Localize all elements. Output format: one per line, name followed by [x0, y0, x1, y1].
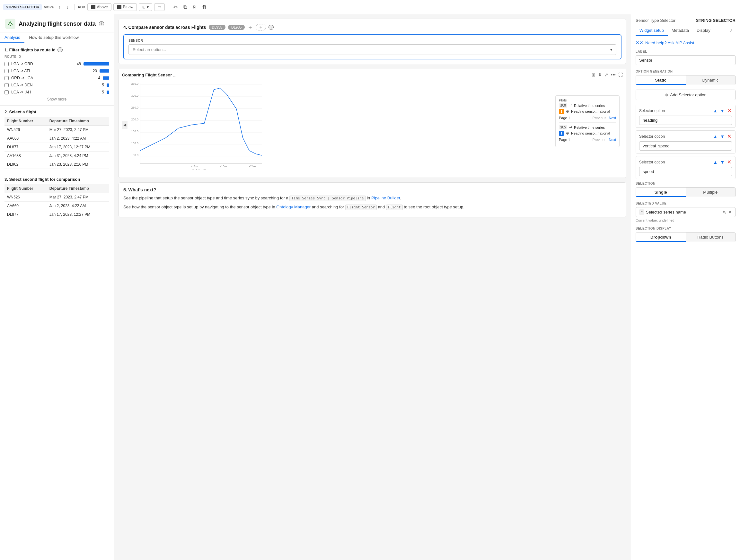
route-checkbox[interactable]	[4, 62, 9, 66]
move-option-up-button[interactable]: ▲	[712, 160, 718, 165]
legend-nav-1: Page 1 Previous Next	[559, 116, 616, 120]
option-value-input[interactable]	[639, 141, 732, 151]
add-flight-button-2[interactable]: ＋	[256, 24, 266, 30]
label-input[interactable]	[636, 55, 736, 65]
route-checkbox[interactable]	[4, 69, 9, 73]
show-more[interactable]: Show more	[4, 97, 109, 101]
next-button-1[interactable]: Next	[609, 116, 616, 120]
right-panel-badge: STRING SELECTOR	[696, 18, 736, 23]
dynamic-button[interactable]: Dynamic	[686, 76, 736, 85]
svg-text:-24m: -24m	[249, 165, 256, 168]
clear-value-button[interactable]: ✕	[728, 210, 732, 215]
selection-label: SELECTION	[636, 182, 736, 185]
tab-display[interactable]: Display	[693, 25, 714, 36]
section4-info-button[interactable]: i	[269, 25, 274, 30]
table-row[interactable]: DL962Jan 23, 2023, 2:16 PM	[4, 160, 109, 169]
right-header-top: Sensor Type Selector STRING SELECTOR	[636, 18, 736, 23]
svg-point-0	[10, 25, 11, 26]
ontology-manager-link[interactable]: Ontology Manager	[276, 204, 310, 209]
flight-pill-2[interactable]: DL935	[228, 25, 245, 30]
flight-number: WN526	[4, 125, 47, 134]
page-info-button[interactable]: i	[99, 21, 104, 26]
selector-option-label: Selector option	[639, 160, 665, 164]
help-link[interactable]: ✕✕ Need help? Ask AIP Assist	[636, 40, 736, 45]
remove-option-button[interactable]: ✕	[727, 159, 732, 165]
pipeline-builder-link[interactable]: Pipeline Builder	[371, 196, 400, 200]
table-row[interactable]: DL877Jan 17, 2023, 12:27 PM	[4, 210, 109, 219]
add-layout-button[interactable]: ⊞ ▾	[139, 3, 152, 11]
table-row[interactable]: DL877Jan 17, 2023, 12:27 PM	[4, 143, 109, 152]
sensor-select-dropdown[interactable]: Select an option... ▾	[128, 44, 616, 55]
chart-grid-button[interactable]: ⊞	[591, 72, 595, 77]
move-option-up-button[interactable]: ▲	[712, 134, 718, 139]
radio-buttons-button[interactable]: Radio Buttons	[686, 232, 736, 242]
move-option-down-button[interactable]: ▼	[720, 134, 725, 139]
cut-button[interactable]: ✂	[172, 3, 180, 11]
tab-howto[interactable]: How-to setup this workflow	[24, 32, 83, 43]
move-option-up-button[interactable]: ▲	[712, 108, 718, 113]
route-name: LGA -> DEN	[11, 83, 92, 87]
flight-code-tag: Flight	[386, 204, 403, 210]
full-width-button[interactable]: ▭	[154, 3, 165, 11]
expand-panel-icon[interactable]: ⤢	[727, 25, 736, 36]
move-option-down-button[interactable]: ▼	[720, 160, 725, 165]
option-value-input[interactable]	[639, 167, 732, 176]
selection-group: SELECTION Single Multiple	[636, 182, 736, 197]
delete-button[interactable]: 🗑	[200, 3, 209, 11]
copy-button[interactable]: ⧉	[181, 3, 189, 11]
svg-text:300.0: 300.0	[131, 94, 138, 97]
table-row[interactable]: WN526Mar 27, 2023, 2:47 PM	[4, 193, 109, 202]
add-selector-option-button[interactable]: ⊕ Add Selector option	[636, 90, 736, 100]
remove-option-button[interactable]: ✕	[727, 108, 732, 114]
table-row[interactable]: AA1638Jan 31, 2023, 4:24 PM	[4, 152, 109, 160]
table-row[interactable]: AA660Jan 2, 2023, 4:22 AM	[4, 202, 109, 210]
legend-divider	[559, 122, 616, 123]
chart-download-button[interactable]: ⬇	[598, 72, 602, 77]
prev-button-2[interactable]: Previous	[592, 138, 607, 142]
add-below-button[interactable]: ⬛ Below	[113, 3, 137, 11]
route-checkbox[interactable]	[4, 90, 9, 94]
single-button[interactable]: Single	[636, 188, 686, 197]
chart-more-button[interactable]: •••	[611, 72, 616, 77]
chart-expand-button[interactable]: ⤢	[605, 72, 608, 77]
prev-button-1[interactable]: Previous	[592, 116, 607, 120]
legend-nav-2: Page 1 Previous Next	[559, 138, 616, 142]
flight-number: AA660	[4, 202, 47, 210]
route-checkbox[interactable]	[4, 83, 9, 87]
remove-option-button[interactable]: ✕	[727, 133, 732, 139]
route-checkbox[interactable]	[4, 76, 9, 80]
flight-number: DL877	[4, 143, 47, 152]
move-option-down-button[interactable]: ▼	[720, 108, 725, 113]
static-button[interactable]: Static	[636, 76, 686, 85]
paste-button[interactable]: ⎘	[191, 3, 198, 11]
table-row[interactable]: AA660Jan 2, 2023, 4:22 AM	[4, 134, 109, 143]
selector-option-actions: ▲ ▼ ✕	[712, 159, 732, 165]
series-label-2: Relative time series	[574, 125, 605, 129]
selection-toggle: Single Multiple	[636, 187, 736, 197]
section1-info-button[interactable]: i	[58, 47, 63, 52]
tab-widget-setup[interactable]: Widget setup	[636, 25, 668, 36]
option-value-input[interactable]	[639, 116, 732, 125]
section3-title: 3. Select second flight for comparison	[4, 177, 109, 182]
add-above-button[interactable]: ⬛ Above	[87, 3, 111, 11]
dropdown-button[interactable]: Dropdown	[636, 232, 686, 242]
tab-analysis[interactable]: Analysis	[0, 32, 24, 43]
legend-num-2: 1	[559, 131, 564, 136]
legend-scq-row: $CQ ⇌ Relative time series	[559, 103, 616, 108]
tab-metadata[interactable]: Metadata	[668, 25, 693, 36]
table-row[interactable]: WN526Mar 27, 2023, 2:47 PM	[4, 125, 109, 134]
label-field-label: LABEL	[636, 50, 736, 53]
chart-fullscreen-button[interactable]: ⛶	[618, 72, 623, 77]
route-count: 5	[95, 90, 104, 94]
svg-text:50.0: 50.0	[133, 154, 138, 157]
edit-value-button[interactable]: ✎	[722, 210, 726, 215]
crosshair-icon-1: ⊕	[566, 109, 569, 114]
multiple-button[interactable]: Multiple	[686, 188, 736, 197]
next-button-2[interactable]: Next	[609, 138, 616, 142]
move-up-button[interactable]: ↑	[56, 3, 63, 11]
add-flight-button-1[interactable]: ＋	[247, 23, 253, 31]
move-down-button[interactable]: ↓	[65, 3, 71, 11]
option-gen-label: OPTION GENERATION	[636, 70, 736, 73]
chart-left-arrow-button[interactable]: ◀	[122, 121, 127, 129]
flight-pill-1[interactable]: DL935	[209, 25, 225, 30]
